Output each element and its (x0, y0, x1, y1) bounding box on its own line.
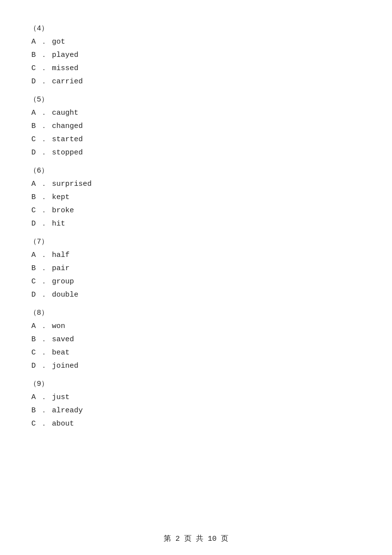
footer-text: 第 2 页 共 10 页 (164, 535, 228, 543)
option-4-a[interactable]: A ． got (29, 37, 363, 46)
question-number-7: （7） (29, 237, 363, 246)
question-number-5: （5） (29, 95, 363, 104)
question-number-8: （8） (29, 308, 363, 317)
option-4-b[interactable]: B ． played (29, 50, 363, 59)
option-9-a[interactable]: A ． just (29, 392, 363, 402)
option-5-d[interactable]: D ． stopped (29, 148, 363, 157)
option-6-d[interactable]: D ． hit (29, 219, 363, 228)
option-4-c[interactable]: C ． missed (29, 63, 363, 73)
option-7-a[interactable]: A ． half (29, 250, 363, 259)
option-9-c[interactable]: C ． about (29, 419, 363, 428)
option-6-c[interactable]: C ． broke (29, 205, 363, 215)
question-number-9: （9） (29, 379, 363, 388)
question-number-4: （4） (29, 24, 363, 33)
option-9-b[interactable]: B ． already (29, 405, 363, 415)
question-number-6: （6） (29, 166, 363, 175)
page-content: （4）A ． gotB ． playedC ． missedD ． carrie… (0, 0, 392, 461)
page-footer: 第 2 页 共 10 页 (0, 534, 392, 543)
option-5-c[interactable]: C ． started (29, 134, 363, 144)
option-6-a[interactable]: A ． surprised (29, 179, 363, 188)
option-7-c[interactable]: C ． group (29, 277, 363, 286)
option-5-b[interactable]: B ． changed (29, 121, 363, 130)
option-8-c[interactable]: C ． beat (29, 348, 363, 357)
option-8-d[interactable]: D ． joined (29, 361, 363, 370)
option-6-b[interactable]: B ． kept (29, 192, 363, 202)
option-7-d[interactable]: D ． double (29, 290, 363, 299)
option-8-b[interactable]: B ． saved (29, 334, 363, 344)
option-4-d[interactable]: D ． carried (29, 76, 363, 86)
option-8-a[interactable]: A ． won (29, 321, 363, 330)
option-5-a[interactable]: A ． caught (29, 108, 363, 117)
option-7-b[interactable]: B ． pair (29, 263, 363, 273)
